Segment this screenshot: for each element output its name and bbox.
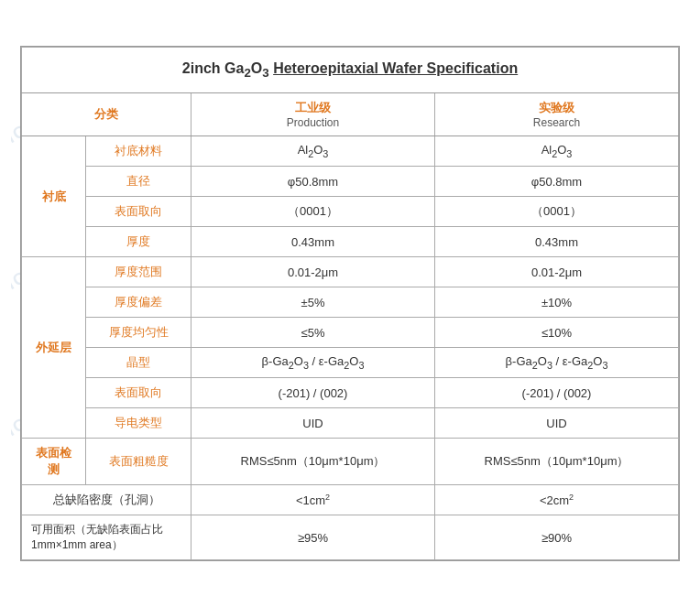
epi-label: 外延层 [22,257,86,439]
thickness-sub-research: 0.43mm [435,227,679,257]
spec-table-container: 2inch Ga2O3 Heteroepitaxial Wafer Specif… [20,46,680,561]
diameter-production: φ50.8mm [191,167,435,197]
page-wrapper: MIG MIG MIG MIG MIG MIG MIG MIG MIG MIG … [11,27,689,580]
crystal-type-production: β-Ga2O3 / ε-Ga2O3 [191,348,435,378]
research-label: Research [444,116,669,129]
thickness-sub-production: 0.43mm [191,227,435,257]
industrial-grade-label: 工业级 [295,101,331,114]
usable-area-research: ≥90% [435,515,679,560]
surface-orient-epi-production: (-201) / (002) [191,378,435,408]
roughness-production: RMS≤5nm（10μm*10μm） [191,439,435,485]
table-row: 导电类型 UID UID [22,408,679,439]
table-row: 厚度 0.43mm 0.43mm [22,227,679,257]
usable-area-production: ≥95% [191,515,435,560]
table-row: 表面检测 表面粗糙度 RMS≤5nm（10μm*10μm） RMS≤5nm（10… [22,439,679,485]
conductivity-research: UID [435,408,679,439]
defect-density-research: <2cm2 [435,485,679,515]
header-category: 分类 [22,93,191,136]
header-research: 实验级 Research [435,93,679,136]
table-row: 厚度均匀性 ≤5% ≤10% [22,318,679,348]
surface-orient-epi-research: (-201) / (002) [435,378,679,408]
thickness-deviation-research: ±10% [435,287,679,318]
surface-orient-epi-label: 表面取向 [86,378,191,408]
research-grade-label: 实验级 [539,101,574,114]
surface-orient-sub-research: （0001） [435,197,679,227]
thickness-uniformity-research: ≤10% [435,318,679,348]
header-row: 分类 工业级 Production 实验级 Research [22,93,679,136]
table-row: 厚度偏差 ±5% ±10% [22,287,679,318]
diameter-research: φ50.8mm [435,167,679,197]
table-row: 可用面积（无缺陷表面占比 1mm×1mm area） ≥95% ≥90% [22,515,679,560]
roughness-label: 表面粗糙度 [86,439,191,485]
table-row: 外延层 厚度范围 0.01-2μm 0.01-2μm [22,257,679,287]
table-row: 表面取向 (-201) / (002) (-201) / (002) [22,378,679,408]
table-row: 总缺陷密度（孔洞） <1cm2 <2cm2 [22,485,679,515]
title-row: 2inch Ga2O3 Heteroepitaxial Wafer Specif… [22,47,679,92]
table-row: 表面取向 （0001） （0001） [22,197,679,227]
thickness-deviation-production: ±5% [191,287,435,318]
table-row: 直径 φ50.8mm φ50.8mm [22,167,679,197]
sub-material-production: Al2O3 [191,136,435,167]
sub-material-label: 衬底材料 [86,136,191,167]
diameter-label: 直径 [86,167,191,197]
substrate-label: 衬底 [22,136,86,257]
spec-table: 2inch Ga2O3 Heteroepitaxial Wafer Specif… [21,47,679,560]
usable-area-label: 可用面积（无缺陷表面占比 1mm×1mm area） [22,515,191,560]
roughness-research: RMS≤5nm（10μm*10μm） [435,439,679,485]
surface-orient-sub-production: （0001） [191,197,435,227]
table-title: 2inch Ga2O3 Heteroepitaxial Wafer Specif… [22,47,679,92]
thickness-uniformity-label: 厚度均匀性 [86,318,191,348]
thickness-range-research: 0.01-2μm [435,257,679,287]
table-row: 衬底 衬底材料 Al2O3 Al2O3 [22,136,679,167]
category-label: 分类 [94,107,118,121]
thickness-uniformity-production: ≤5% [191,318,435,348]
surface-orient-sub-label: 表面取向 [86,197,191,227]
defect-density-production: <1cm2 [191,485,435,515]
header-production: 工业级 Production [191,93,435,136]
thickness-range-label: 厚度范围 [86,257,191,287]
thickness-sub-label: 厚度 [86,227,191,257]
surface-inspection-label: 表面检测 [22,439,86,485]
crystal-type-label: 晶型 [86,348,191,378]
conductivity-production: UID [191,408,435,439]
production-label: Production [201,116,425,129]
crystal-type-research: β-Ga2O3 / ε-Ga2O3 [435,348,679,378]
sub-material-research: Al2O3 [435,136,679,167]
table-row: 晶型 β-Ga2O3 / ε-Ga2O3 β-Ga2O3 / ε-Ga2O3 [22,348,679,378]
defect-density-label: 总缺陷密度（孔洞） [22,485,191,515]
thickness-range-production: 0.01-2μm [191,257,435,287]
thickness-deviation-label: 厚度偏差 [86,287,191,318]
conductivity-label: 导电类型 [86,408,191,439]
